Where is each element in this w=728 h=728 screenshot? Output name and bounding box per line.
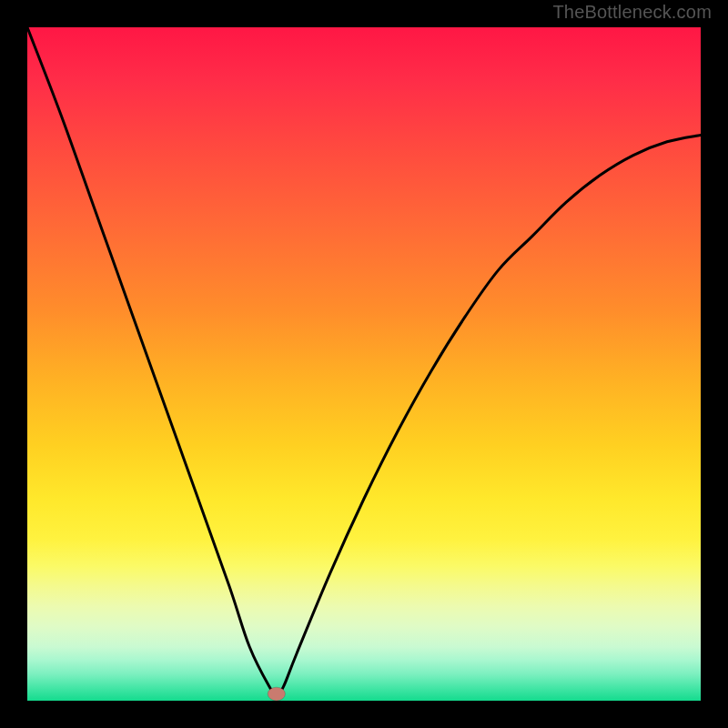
curve-svg [27,27,701,701]
chart-frame: TheBottleneck.com [0,0,728,728]
optimal-point-marker [268,687,285,701]
bottleneck-curve [27,27,701,694]
plot-area [27,27,701,701]
watermark-text: TheBottleneck.com [552,2,712,23]
